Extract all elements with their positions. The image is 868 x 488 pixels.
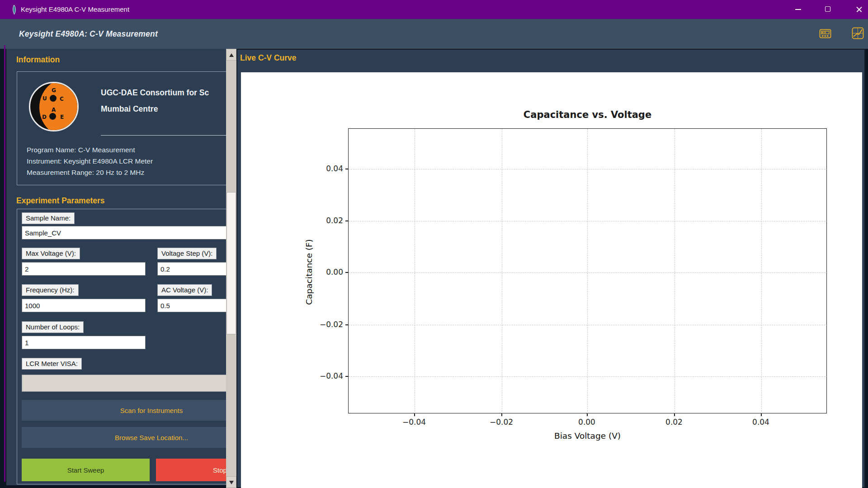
- y-tick-label: −0.04: [298, 370, 343, 382]
- sidebar-content: Information G U C A D E UGC-DAE Consorti…: [6, 49, 226, 485]
- chart-title: Capacitance vs. Voltage: [348, 109, 827, 120]
- scrollbar-down-button[interactable]: [226, 476, 236, 488]
- y-axis-label: Capacitance (F): [303, 222, 315, 322]
- information-heading: Information: [16, 55, 60, 65]
- gridline-horizontal: [349, 376, 827, 377]
- y-tick-mark: [345, 221, 348, 221]
- stop-button[interactable]: Stop: [156, 459, 226, 481]
- x-axis-label: Bias Voltage (V): [348, 431, 827, 441]
- org-divider: [101, 135, 226, 136]
- x-tick-mark: [414, 413, 415, 416]
- visa-combobox[interactable]: [22, 375, 226, 392]
- information-card: G U C A D E UGC-DAE Consortium for Sc Mu…: [17, 71, 226, 185]
- logo-letter: G: [52, 87, 56, 94]
- logo-dot: [50, 95, 57, 102]
- voltage-step-input[interactable]: [157, 262, 226, 276]
- app-header: Keysight E4980A: C-V Measurement: [0, 19, 868, 49]
- y-tick-mark: [345, 272, 348, 273]
- down-arrow-icon: [229, 481, 234, 484]
- max-voltage-label: Max Voltage (V):: [22, 248, 80, 259]
- app-feather-icon: [11, 5, 17, 15]
- x-tick-mark: [761, 413, 762, 416]
- gridline-vertical: [502, 129, 502, 414]
- gridline-vertical: [675, 129, 675, 414]
- org-centre: Mumbai Centre: [101, 104, 158, 114]
- logo-orange-field: [39, 82, 79, 131]
- minimize-button[interactable]: [788, 0, 809, 19]
- sample-name-input[interactable]: [22, 226, 226, 239]
- scrollbar-thumb[interactable]: [226, 192, 236, 334]
- ac-voltage-label: AC Voltage (V):: [157, 284, 212, 296]
- window-title: Keysight E4980A C-V Measurement: [21, 0, 129, 19]
- gridline-vertical: [415, 129, 415, 414]
- gridline-horizontal: [349, 272, 827, 273]
- frequency-label: Frequency (Hz):: [22, 284, 79, 296]
- close-button[interactable]: [849, 0, 868, 19]
- window-accent-border: [4, 45, 5, 482]
- x-tick-mark: [674, 413, 675, 416]
- logo-dot: [49, 113, 56, 120]
- up-arrow-icon: [229, 53, 234, 57]
- instrument-line: Instrument: Keysight E4980A LCR Meter: [27, 155, 153, 167]
- live-curve-heading: Live C-V Curve: [240, 53, 296, 63]
- visa-label: LCR Meter VISA:: [22, 358, 82, 370]
- instrument-meter-icon[interactable]: [819, 29, 831, 38]
- browse-save-button[interactable]: Browse Save Location...: [22, 427, 226, 448]
- num-loops-input[interactable]: [22, 336, 146, 349]
- logo-letter: E: [60, 114, 64, 120]
- logo-letter: D: [42, 114, 47, 120]
- sample-name-label: Sample Name:: [22, 212, 75, 224]
- y-tick-label: 0.04: [298, 163, 343, 174]
- x-tick-label: −0.04: [394, 418, 434, 427]
- logo-letter: A: [52, 107, 56, 113]
- scan-instruments-button[interactable]: Scan for Instruments: [22, 400, 226, 421]
- chart-axes: [348, 128, 827, 413]
- window-left-edge: [0, 49, 4, 488]
- y-tick-mark: [345, 376, 348, 377]
- max-voltage-input[interactable]: [22, 262, 146, 276]
- voltage-step-label: Voltage Step (V):: [157, 248, 217, 259]
- gridline-horizontal: [349, 325, 827, 325]
- logo-letter: U: [42, 95, 47, 102]
- org-name: UGC-DAE Consortium for Sc: [101, 88, 209, 98]
- gridline-vertical: [761, 129, 762, 414]
- minimize-icon: [795, 9, 801, 10]
- x-tick-mark: [501, 413, 502, 416]
- start-sweep-button[interactable]: Start Sweep: [22, 459, 150, 481]
- live-chart-icon[interactable]: [852, 27, 864, 39]
- x-tick-mark: [587, 413, 588, 416]
- maximize-icon: [825, 6, 830, 12]
- ugc-dae-logo: G U C A D E: [29, 82, 79, 131]
- num-loops-label: Number of Loops:: [22, 321, 84, 333]
- logo-letter: C: [60, 96, 64, 102]
- y-tick-mark: [345, 169, 348, 169]
- sidebar: Information G U C A D E UGC-DAE Consorti…: [6, 49, 226, 485]
- maximize-button[interactable]: [817, 0, 838, 19]
- sidebar-scrollbar[interactable]: [226, 49, 236, 488]
- titlebar: Keysight E4980A C-V Measurement: [0, 0, 868, 19]
- ac-voltage-input[interactable]: [157, 299, 226, 312]
- gridline-vertical: [587, 129, 588, 414]
- app-header-title: Keysight E4980A: C-V Measurement: [19, 19, 158, 49]
- x-tick-label: 0.04: [741, 418, 781, 427]
- x-tick-label: 0.00: [566, 418, 607, 427]
- x-tick-label: 0.02: [654, 418, 694, 427]
- live-curve-panel: Live C-V Curve Capacitance vs. Voltage: [236, 49, 865, 488]
- frequency-input[interactable]: [22, 299, 146, 312]
- program-name-line: Program Name: C-V Measurement: [27, 144, 135, 155]
- y-tick-mark: [345, 324, 348, 325]
- chart-canvas: Capacitance vs. Voltage −0.04 −0.02: [241, 72, 862, 488]
- scrollbar-up-button[interactable]: [226, 49, 236, 61]
- gridline-horizontal: [349, 221, 827, 221]
- experiment-parameters-heading: Experiment Parameters: [16, 196, 105, 206]
- x-tick-label: −0.02: [481, 418, 522, 427]
- range-line: Measurement Range: 20 Hz to 2 MHz: [27, 167, 144, 178]
- gridline-horizontal: [349, 169, 827, 169]
